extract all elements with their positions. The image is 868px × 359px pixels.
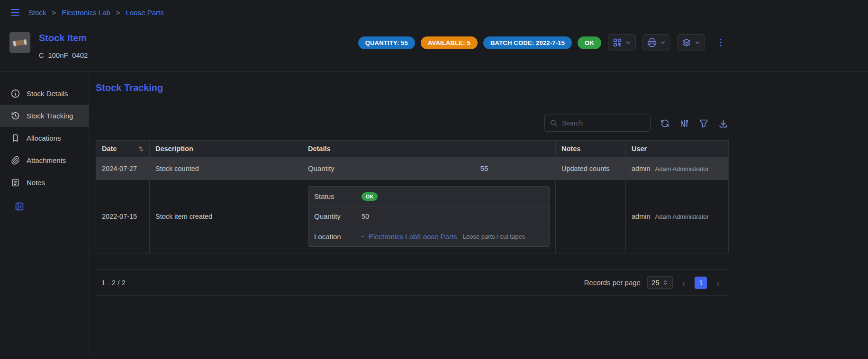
table-row: 2024-07-27 Stock counted Quantity 55 Upd…: [96, 157, 729, 180]
cell-notes: Updated counts: [556, 157, 626, 180]
menu-icon[interactable]: [9, 7, 21, 18]
panel-heading: Stock Tracking: [96, 82, 728, 93]
filter-icon[interactable]: [699, 118, 709, 128]
record-range: 1 - 2 / 2: [101, 278, 126, 287]
location-dash: -: [362, 233, 364, 240]
user-fullname: Adam Administrator: [655, 213, 709, 220]
refresh-icon[interactable]: [660, 118, 670, 128]
table-footer: 1 - 2 / 2 Records per page 25 ‹ 1 ›: [96, 269, 728, 296]
page-size-value: 25: [651, 278, 660, 287]
previous-page-button[interactable]: ‹: [679, 278, 688, 287]
sidebar-item-label: Allocations: [27, 134, 61, 142]
info-circle-icon: [10, 89, 20, 99]
breadcrumb-loose-parts[interactable]: Loose Parts: [126, 9, 164, 17]
sort-icon: ⇅: [138, 145, 144, 153]
cell-date: 2022-07-15: [96, 180, 150, 253]
cell-description: Stock counted: [150, 157, 302, 180]
heading-divider: [96, 104, 728, 104]
detail-key: Location: [314, 233, 362, 241]
detail-value: 50: [362, 213, 369, 220]
column-header-user: User: [626, 141, 729, 157]
search-icon: [550, 119, 558, 127]
username: admin: [632, 165, 651, 172]
detail-row-location: Location - Electronics Lab/Loose Parts L…: [308, 226, 549, 246]
sidebar-item-attachments[interactable]: Attachments: [0, 149, 89, 171]
column-header-description: Description: [150, 141, 302, 157]
column-header-details: Details: [302, 141, 556, 157]
column-header-date[interactable]: Date⇅: [96, 141, 150, 157]
header-actions: QUANTITY: 55 AVAILABLE: 5 BATCH CODE: 20…: [358, 32, 728, 51]
sidebar-item-stock-tracking[interactable]: Stock Tracking: [0, 105, 89, 127]
sidebar-item-allocations[interactable]: Allocations: [0, 127, 89, 149]
search-field: [544, 115, 651, 132]
sidebar-item-stock-details[interactable]: Stock Details: [0, 82, 89, 105]
selector-icon: [662, 279, 669, 286]
main-panel: Stock Tracking: [89, 72, 737, 357]
table-toolbar: [96, 115, 728, 132]
cell-date: 2024-07-27: [96, 157, 150, 180]
available-badge: AVAILABLE: 5: [421, 36, 478, 49]
page-title: Stock Item: [39, 32, 88, 44]
stock-actions-button[interactable]: [677, 34, 705, 51]
title-block: Stock Item C_100nF_0402: [39, 32, 88, 59]
paperclip-icon: [10, 155, 20, 165]
page-header: Stock Item C_100nF_0402 QUANTITY: 55 AVA…: [0, 25, 737, 72]
chevron-down-icon: [694, 39, 701, 46]
detail-subtable: Status OK Quantity 50 Location: [308, 186, 550, 247]
detail-value: 55: [355, 165, 488, 172]
download-icon[interactable]: [718, 118, 728, 128]
detail-row-status: Status OK: [308, 187, 549, 206]
stock-item-name: C_100nF_0402: [39, 51, 88, 59]
cell-details: Quantity 55: [302, 157, 556, 180]
breadcrumb-stock[interactable]: Stock: [28, 9, 46, 17]
sidebar-item-label: Stock Details: [27, 90, 68, 98]
chevron-down-icon: [625, 39, 632, 46]
column-settings-icon[interactable]: [679, 118, 689, 128]
breadcrumb: Stock > Electronics Lab > Loose Parts: [28, 9, 164, 17]
cell-details: Status OK Quantity 50 Location: [302, 180, 556, 253]
detail-key: Quantity: [314, 212, 362, 220]
content-area: Stock Details Stock Tracking Allocations…: [0, 72, 737, 357]
table-header-row: Date⇅ Description Details Notes User: [96, 141, 729, 157]
page-size-select[interactable]: 25: [647, 276, 673, 289]
table-row: 2022-07-15 Stock item created Status OK: [96, 180, 729, 253]
records-per-page-label: Records per page: [584, 278, 641, 287]
cell-user: adminAdam Administrator: [626, 180, 729, 253]
note-icon: [10, 178, 20, 188]
status-ok-badge: OK: [362, 192, 378, 201]
detail-key: Status: [314, 192, 362, 200]
barcode-actions-button[interactable]: [608, 34, 636, 51]
location-link[interactable]: Electronics Lab/Loose Parts: [369, 233, 457, 241]
username: admin: [632, 213, 651, 220]
column-header-notes: Notes: [556, 141, 626, 157]
sidebar-item-notes[interactable]: Notes: [0, 171, 89, 194]
chevron-down-icon: [660, 39, 666, 46]
page-1-button[interactable]: 1: [695, 277, 707, 289]
breadcrumb-separator: >: [52, 9, 56, 17]
status-ok-badge: OK: [578, 36, 601, 49]
quantity-badge: QUANTITY: 55: [358, 36, 415, 49]
detail-key: Quantity: [308, 164, 355, 172]
history-icon: [10, 111, 20, 121]
printer-icon: [647, 37, 657, 48]
sidebar-item-label: Notes: [27, 179, 45, 187]
sidebar: Stock Details Stock Tracking Allocations…: [0, 72, 89, 357]
stock-tracking-table: Date⇅ Description Details Notes User 202…: [96, 140, 729, 253]
detail-row-quantity: Quantity 50: [308, 206, 549, 226]
bookmark-icon: [10, 133, 20, 143]
sidebar-item-label: Stock Tracking: [27, 112, 73, 120]
top-bar: Stock > Electronics Lab > Loose Parts: [0, 0, 737, 25]
more-actions-button[interactable]: [714, 36, 728, 50]
breadcrumb-electronics-lab[interactable]: Electronics Lab: [62, 9, 110, 17]
user-fullname: Adam Administrator: [655, 165, 709, 172]
search-input[interactable]: [562, 119, 645, 127]
stock-item-thumbnail[interactable]: [9, 32, 30, 53]
cell-user: adminAdam Administrator: [626, 157, 729, 180]
next-page-button[interactable]: ›: [714, 278, 723, 287]
cell-notes: [556, 180, 626, 253]
app-container: Stock > Electronics Lab > Loose Parts St…: [0, 0, 737, 357]
sidebar-collapse-icon[interactable]: [14, 201, 25, 212]
print-actions-button[interactable]: [642, 34, 670, 51]
batch-code-badge: BATCH CODE: 2022-7-15: [483, 36, 572, 49]
sidebar-item-label: Attachments: [27, 156, 66, 164]
